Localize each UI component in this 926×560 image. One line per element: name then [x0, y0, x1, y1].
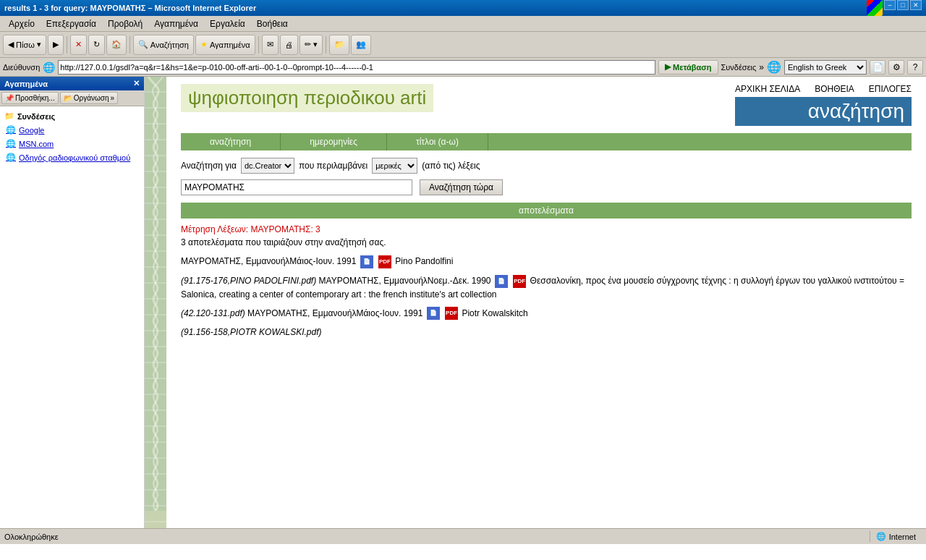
address-label: Διεύθυνση: [3, 63, 40, 72]
search-button[interactable]: 🔍 Αναζήτηση: [133, 35, 194, 55]
home-button[interactable]: 🏠: [106, 35, 127, 55]
window-title: results 1 - 3 for query: ΜΑΥΡΟΜΑΤΗΣ – Mi…: [4, 4, 256, 12]
pdf-icon-3[interactable]: PDF: [445, 307, 458, 320]
radio-label: Οδηγός ραδιοφωνικού σταθμού: [19, 153, 130, 162]
go-button[interactable]: ▶ Μετάβαση: [658, 60, 718, 75]
page-copy-button[interactable]: 📄: [870, 60, 885, 75]
result-item-3: (42.120-131.pdf) ΜΑΥΡΟΜΑΤΗΣ, ΕμμανουήλΜά…: [181, 307, 912, 321]
google-icon: 🌐: [6, 125, 16, 135]
sidebar-close-button[interactable]: ✕: [133, 79, 140, 88]
doc-icon-1[interactable]: 📄: [360, 255, 373, 268]
print-button[interactable]: 🖨: [280, 35, 298, 55]
sidebar-item-google[interactable]: 🌐 Google: [0, 123, 144, 137]
address-bar: Διεύθυνση 🌐 ▶ Μετάβαση Συνδέσεις » 🌐 Eng…: [0, 58, 926, 77]
help-button[interactable]: ?: [907, 60, 923, 75]
menu-tools[interactable]: Εργαλεία: [204, 17, 251, 30]
title-bar: results 1 - 3 for query: ΜΑΥΡΟΜΑΤΗΣ – Mi…: [0, 0, 926, 16]
mail-icon: ✉: [267, 40, 273, 49]
toolbar-separator-4: [326, 36, 326, 54]
links-arrow-icon: »: [759, 62, 764, 72]
sidebar-items: 📁 Συνδέσεις 🌐 Google 🌐 MSN.com 🌐 Οδηγός …: [0, 106, 144, 167]
tools-button[interactable]: ⚙: [888, 60, 904, 75]
organize-label: Οργάνωση: [74, 94, 109, 102]
minimize-button[interactable]: –: [884, 0, 896, 10]
add-label: Προσθήκη...: [15, 94, 55, 102]
status-bar: Ολοκληρώθηκε 🌐 Internet: [0, 528, 926, 544]
toolbar-separator-1: [67, 36, 67, 54]
sidebar-item-radio[interactable]: 🌐 Οδηγός ραδιοφωνικού σταθμού: [0, 150, 144, 164]
results-label: αποτελέσματα: [519, 205, 574, 216]
page-header: ψηφιοποιηση περιοδικου arti ΑΡΧΙΚΗ ΣΕΛΙΔ…: [181, 84, 912, 126]
doc-icon-2[interactable]: 📄: [495, 275, 508, 288]
svg-rect-0: [145, 77, 166, 511]
search-now-button[interactable]: Αναζήτηση τώρα: [420, 179, 503, 195]
pdf-icon-1[interactable]: PDF: [378, 255, 391, 268]
refresh-button[interactable]: ↻: [88, 35, 105, 55]
result-1-author: Pino Pandolfini: [395, 256, 453, 266]
nav-help[interactable]: ΒΟΗΘΕΙΑ: [815, 84, 854, 94]
folder-button[interactable]: 📁: [329, 35, 349, 55]
contains-label: που περιλαμβάνει: [299, 161, 368, 171]
menu-edit[interactable]: Επεξεργασία: [41, 17, 102, 30]
result-item-3b: (91.156-158,PIOTR KOWALSKI.pdf): [181, 326, 912, 339]
star-icon: ★: [200, 40, 208, 49]
mail-button[interactable]: ✉: [262, 35, 279, 55]
status-right: 🌐 Internet: [870, 531, 922, 542]
sidebar-organize-button[interactable]: 📂 Οργάνωση »: [60, 92, 118, 104]
nav-home[interactable]: ΑΡΧΙΚΗ ΣΕΛΙΔΑ: [735, 84, 800, 94]
sidebar-title: Αγαπημένα: [4, 80, 48, 88]
decorative-strip: [145, 77, 166, 528]
favorites-button[interactable]: ★ Αγαπημένα: [195, 35, 255, 55]
globe-icon: 🌐: [767, 60, 781, 74]
menu-favorites[interactable]: Αγαπημένα: [148, 17, 204, 30]
stop-button[interactable]: ✕: [70, 35, 87, 55]
results-section: Μέτρηση Λέξεων: ΜΑΥΡΟΜΑΤΗΣ: 3 3 αποτελέσ…: [181, 224, 912, 339]
ie-page-icon: 🌐: [43, 61, 55, 73]
site-title-text: ψηφιοποιηση περιοδικου arti: [181, 84, 433, 112]
zone-text: Internet: [889, 533, 916, 541]
stop-icon: ✕: [75, 40, 82, 49]
field-select[interactable]: dc.Creator dc.Title dc.Subject: [241, 158, 294, 174]
users-button[interactable]: 👥: [351, 35, 371, 55]
maximize-button[interactable]: □: [897, 0, 909, 10]
refresh-icon: ↻: [93, 40, 100, 49]
tab-titles[interactable]: τίτλοι (α-ω): [387, 133, 488, 150]
msn-icon: 🌐: [6, 139, 16, 148]
back-button[interactable]: ◀ Πίσω ▾: [3, 35, 46, 55]
close-button[interactable]: ✕: [910, 0, 922, 10]
search-for-label: Αναζήτηση για: [181, 161, 237, 171]
forward-button[interactable]: ▶: [48, 35, 64, 55]
sidebar-add-button[interactable]: 📌 Προσθήκη...: [1, 92, 59, 104]
menu-file[interactable]: Αρχείο: [3, 17, 41, 30]
results-header: αποτελέσματα: [181, 203, 912, 219]
result-2-prefix: (91.175-176,PINO PADOLFINI.pdf): [181, 276, 316, 286]
address-input[interactable]: [60, 63, 653, 72]
menu-view[interactable]: Προβολή: [102, 17, 148, 30]
result-item-2: (91.175-176,PINO PADOLFINI.pdf) ΜΑΥΡΟΜΑΤ…: [181, 274, 912, 301]
toolbar: ◀ Πίσω ▾ ▶ ✕ ↻ 🏠 🔍 Αναζήτηση ★ Αγαπημένα…: [0, 32, 926, 58]
tab-search[interactable]: αναζήτηση: [181, 133, 281, 150]
tab-dates[interactable]: ημερομηνίες: [281, 133, 387, 150]
address-input-wrap[interactable]: [58, 60, 655, 75]
sidebar-toolbar: 📌 Προσθήκη... 📂 Οργάνωση »: [0, 90, 144, 106]
doc-icon-3[interactable]: 📄: [427, 307, 440, 320]
menu-help[interactable]: Βοήθεια: [251, 17, 294, 30]
translate-select[interactable]: English to Greek Greek to English French…: [784, 60, 867, 75]
search-input[interactable]: [181, 179, 412, 195]
msn-label: MSN.com: [19, 140, 54, 148]
nav-options[interactable]: ΕΠΙΛΟΓΕΣ: [869, 84, 912, 94]
edit-dropdown-icon: ▾: [313, 40, 318, 49]
mode-select[interactable]: μερικές όλες ακριβώς: [372, 158, 417, 174]
edit-button[interactable]: ✏ ▾: [300, 35, 323, 55]
print-icon: 🖨: [285, 41, 293, 49]
sidebar-item-connections[interactable]: 📁 Συνδέσεις: [0, 109, 144, 123]
pdf-icon-2[interactable]: PDF: [513, 275, 526, 288]
window-controls: – □ ✕: [867, 0, 922, 16]
organize-icon: 📂: [64, 94, 72, 102]
back-label: Πίσω: [16, 41, 35, 49]
radio-icon: 🌐: [6, 153, 16, 162]
result-3-author: Piotr Kowalskitch: [462, 308, 527, 318]
sidebar-item-msn[interactable]: 🌐 MSN.com: [0, 137, 144, 150]
back-icon: ◀: [8, 40, 14, 49]
search-label: Αναζήτηση: [150, 41, 189, 49]
